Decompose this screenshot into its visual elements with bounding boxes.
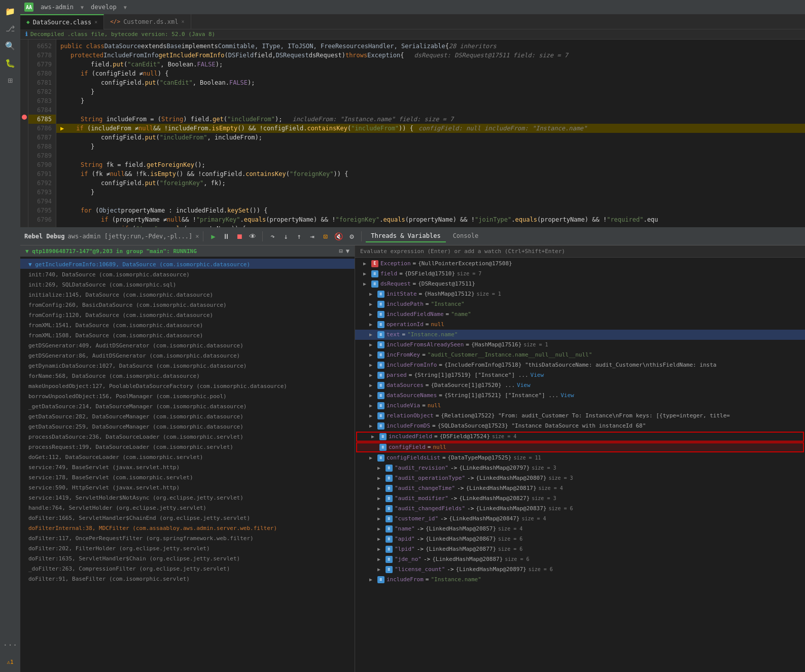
tab-console[interactable]: Console [448,230,484,242]
stack-item-26[interactable]: doFilterInternal:38, MDCFilter (com.assa… [20,522,355,533]
view-link-parsed[interactable]: View [531,370,544,380]
stack-item-1[interactable]: init:740, DataSource (com.isomorphic.dat… [20,269,355,279]
stack-item-28[interactable]: doFilter:202, FilterHolder (org.eclipse.… [20,543,355,553]
var-initstate[interactable]: ▶ ≡ initState = {HashMap@17512} size = 1 [355,289,805,299]
expand-name[interactable]: ▶ [377,524,383,534]
expand-operationid[interactable]: ▶ [369,320,375,330]
stack-item-30[interactable]: _doFilter:263, CompressionFilter (org.ec… [20,563,355,573]
expand-license-count[interactable]: ▶ [377,564,383,575]
mute-btn[interactable]: 🔇 [333,231,344,242]
evaluate-btn[interactable]: ⊡ [320,231,331,242]
sidebar-icon-debug[interactable]: 🐛 [2,55,18,71]
var-includedfield[interactable]: ▶ ≡ includedField = {DSField@17524} size… [356,432,804,442]
var-incfromkey[interactable]: ▶ ≡ incFromKey = "audit_Customer__Instan… [355,350,805,360]
var-includefrominfo[interactable]: ▶ ≡ includeFromInfo = {IncludeFromInfo@1… [355,360,805,370]
filter-icon[interactable]: ⊟ [339,247,343,255]
filter-dropdown-icon[interactable]: ▼ [346,247,349,255]
expand-apid[interactable]: ▶ [377,534,383,544]
var-audit-modifier[interactable]: ▶ ≡ "audit_modifier" -> {LinkedHashMap@2… [355,493,805,504]
expand-includedfieldname[interactable]: ▶ [369,309,375,320]
expand-relationobject[interactable]: ▶ [369,411,375,421]
close-debug-icon[interactable]: × [195,233,199,240]
stack-item-16[interactable]: getDataSource:259, DataSourceManager (co… [20,421,355,431]
var-includeFromsAlreadySeen[interactable]: ▶ ≡ includeFromsAlreadySeen = {HashMap@1… [355,340,805,350]
var-includevia[interactable]: ▶ ≡ includeVia = null [355,401,805,411]
sidebar-icon-files[interactable]: 📁 [2,3,18,19]
expand-audit-operationtype[interactable]: ▶ [377,473,383,483]
top-bar-branch[interactable]: develop [88,3,120,12]
var-includefromds[interactable]: ▶ ≡ includeFromDS = {SQLDataSource@17523… [355,421,805,431]
sidebar-icon-extensions[interactable]: ⊞ [2,72,18,88]
var-jde-no[interactable]: ▶ ≡ "jde_no" -> {LinkedHashMap@20887} si… [355,554,805,564]
var-configfieldslist[interactable]: ▶ ≡ configFieldsList = {DataTypeMap@1752… [355,453,805,463]
var-exception[interactable]: ▶ E Exception = {NullPointerException@17… [355,259,805,269]
expand-datasources[interactable]: ▶ [369,380,375,391]
stack-item-14[interactable]: _getDataSource:214, DataSourceManager (c… [20,401,355,411]
expand-lpid[interactable]: ▶ [377,544,383,554]
expand-includedfield[interactable]: ▶ [371,432,377,442]
expand-configfieldslist[interactable]: ▶ [369,453,375,463]
expand-includeFromsAlreadySeen[interactable]: ▶ [369,340,375,350]
resume-btn[interactable]: ▶ [207,231,219,242]
stack-item-10[interactable]: getDynamicDataSource:1027, DataSource (c… [20,360,355,370]
expand-datasourcenames[interactable]: ▶ [369,391,375,401]
expand-incfromkey[interactable]: ▶ [369,350,375,360]
expand-includefrominfo[interactable]: ▶ [369,360,375,370]
var-datasources[interactable]: ▶ ≡ dataSources = {DataSource[1]@17520} … [355,380,805,391]
stack-item-19[interactable]: doGet:112, DataSourceLoader (com.isomorp… [20,451,355,462]
stack-item-2[interactable]: init:269, SQLDataSource (com.isomorphic.… [20,279,355,289]
settings-btn[interactable]: ⚙ [346,231,357,242]
stack-item-22[interactable]: service:590, HttpServlet (javax.servlet.… [20,482,355,492]
var-license-count[interactable]: ▶ ≡ "license_count" -> {LinkedHashMap@20… [355,564,805,575]
sidebar-icon-warning[interactable]: ⚠1 [2,654,18,670]
stack-item-20[interactable]: service:749, BaseServlet (javax.servlet.… [20,462,355,472]
expand-includefrom[interactable]: ▶ [369,575,375,585]
expand-customer-id[interactable]: ▶ [377,514,383,524]
stack-item-17[interactable]: processDataSource:236, DataSourceLoader … [20,431,355,441]
var-includefrom[interactable]: ▶ ≡ includeFrom = "Instance.name" [355,575,805,585]
expand-text[interactable]: ▶ [369,330,375,340]
view-link-datasources[interactable]: View [517,380,531,391]
view-link-datasourcenames[interactable]: View [561,391,574,401]
view-btn[interactable]: 👁 [247,231,258,242]
expand-field[interactable]: ▶ [363,269,369,279]
stack-item-11[interactable]: forName:568, DataSource (com.isomorphic.… [20,370,355,380]
var-includedfieldname[interactable]: ▶ ≡ includedFieldName = "name" [355,309,805,320]
stop-btn[interactable]: ⏹ [234,231,245,242]
var-apid[interactable]: ▶ ≡ "apid" -> {LinkedHashMap@20867} size… [355,534,805,544]
stack-item-6[interactable]: fromXML:1541, DataSource (com.isomorphic… [20,320,355,330]
stack-item-31[interactable]: doFilter:91, BaseFilter (com.isomorphic.… [20,573,355,583]
stack-item-27[interactable]: doFilter:117, OncePerRequestFilter (org.… [20,533,355,543]
var-audit-operationtype[interactable]: ▶ ≡ "audit_operationType" -> {LinkedHash… [355,473,805,483]
expand-audit-changedfields[interactable]: ▶ [377,504,383,514]
step-into-btn[interactable]: ↓ [280,231,291,242]
var-parsed[interactable]: ▶ ≡ parsed = {String[1]@17519} ["Instanc… [355,370,805,380]
var-customer-id[interactable]: ▶ ≡ "customer_id" -> {LinkedHashMap@2084… [355,514,805,524]
sidebar-icon-search[interactable]: 🔍 [2,38,18,54]
expand-audit-changetime[interactable]: ▶ [377,483,383,493]
expand-jde-no[interactable]: ▶ [377,554,383,564]
var-configfield[interactable]: · ≡ configField = null [356,442,804,452]
var-name[interactable]: ▶ ≡ "name" -> {LinkedHashMap@20857} size… [355,524,805,534]
stack-item-29[interactable]: doFilter:1635, ServletHandler$Chain (org… [20,553,355,563]
stack-item-21[interactable]: service:178, BaseServlet (com.isomorphic… [20,472,355,482]
stack-item-9[interactable]: getDSGenerator:86, AuditDSGenerator (com… [20,350,355,360]
step-out-btn[interactable]: ↑ [293,231,304,242]
stack-item-0[interactable]: ▼ getIncludeFromInfo:10689, DataSource (… [20,259,355,269]
var-field[interactable]: ▶ ≡ field = {DSField@17510} size = 7 [355,269,805,279]
expand-audit-modifier[interactable]: ▶ [377,493,383,504]
stack-item-13[interactable]: borrowUnpooledObject:156, PoolManager (c… [20,391,355,401]
sidebar-icon-more[interactable]: ··· [2,636,18,653]
stack-item-18[interactable]: processRequest:199, DataSourceLoader (co… [20,441,355,451]
stack-item-7[interactable]: fromXML:1508, DataSource (com.isomorphic… [20,330,355,340]
expand-includevia[interactable]: ▶ [369,401,375,411]
stack-item-15[interactable]: getDataSource:282, DataSourceManager (co… [20,411,355,421]
gutter-6785[interactable] [20,113,28,122]
var-datasourcenames[interactable]: ▶ ≡ dataSourceNames = {String[1]@17521} … [355,391,805,401]
stack-item-24[interactable]: handle:764, ServletHolder (org.eclipse.j… [20,502,355,512]
tab-datasource-close[interactable]: × [94,19,97,25]
stack-item-8[interactable]: getDSGenerator:409, AuditDSGenerator (co… [20,340,355,350]
expand-initstate[interactable]: ▶ [369,289,375,299]
var-text[interactable]: ▶ ≡ text = "Instance.name" [355,330,805,340]
var-operationid[interactable]: ▶ ≡ operationId = null [355,320,805,330]
